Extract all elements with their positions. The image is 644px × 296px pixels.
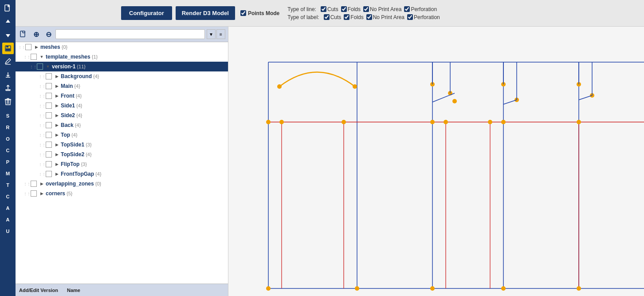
vis-checkbox-side2[interactable] [46,112,52,118]
letter-t[interactable]: T [2,180,14,190]
vis-checkbox-main[interactable] [46,83,52,89]
render-d3-button[interactable]: Render D3 Model [176,6,235,20]
download-button[interactable] [2,69,14,81]
letter-a2[interactable]: A [2,215,14,225]
label-folds-checkbox[interactable] [344,14,349,20]
item-count-corners: {5} [67,191,72,196]
expand-arrow-side1[interactable]: ▶ [54,103,60,109]
vis-checkbox-background[interactable] [46,73,52,79]
vis-checkbox-back[interactable] [46,122,52,128]
collapse-all-button[interactable]: ⊕ [31,29,41,39]
configurator-button[interactable]: Configurator [121,6,172,20]
expand-arrow-fliptop[interactable]: ▶ [54,161,60,167]
tree-item-version1[interactable]: ⋮⋮ ▼ version-1 {11} [16,62,228,71]
upload-button[interactable] [2,83,14,94]
item-count-topside1: {3} [86,142,91,147]
expand-arrow-top[interactable]: ▶ [54,132,60,138]
item-text-main: Main [61,83,73,89]
tree-item-topside2[interactable]: ⋮⋮ ▶ TopSide2 {4} [16,150,228,159]
expand-arrow-template-meshes[interactable]: ▼ [39,54,45,60]
item-count-fliptop: {3} [81,162,86,167]
tree-item-top[interactable]: ⋮⋮ ▶ Top {4} [16,130,228,140]
svg-point-32 [501,286,506,291]
tree-item-corners[interactable]: ⋮⋮ ▶ corners {5} [16,189,228,198]
item-count-front: {4} [76,93,82,99]
tree-item-overlapping-zones[interactable]: ⋮⋮ ▶ overlapping_zones {0} [16,179,228,189]
line-no-print-label: No Print Area [370,6,401,12]
tree-item-background[interactable]: ⋮⋮ ▶ Background {4} [16,71,228,81]
vis-checkbox-corners[interactable] [31,190,37,197]
expand-arrow-side2[interactable]: ▶ [54,112,60,118]
tree-item-fronttopgap[interactable]: ⋮⋮ ▶ FrontTopGap {4} [16,169,228,179]
label-cuts-checkbox[interactable] [324,14,330,20]
line-no-print-checkbox[interactable] [363,6,369,12]
expand-arrow-background[interactable]: ▶ [54,73,60,79]
tree-item-main[interactable]: ⋮⋮ ▶ Main {4} [16,81,228,91]
letter-a[interactable]: A [2,203,14,213]
save-button[interactable] [2,43,14,54]
move-down-button[interactable] [2,29,14,41]
line-perf-checkbox[interactable] [404,6,410,12]
expand-all-button[interactable]: ⊖ [43,29,54,39]
points-mode-checkbox[interactable] [240,10,246,16]
expand-arrow-version1[interactable]: ▼ [45,63,51,70]
svg-point-48 [452,99,457,103]
letter-u[interactable]: U [2,226,14,236]
move-up-button[interactable] [2,16,14,28]
letter-o[interactable]: O [2,134,14,144]
tree-item-side1[interactable]: ⋮⋮ ▶ Side1 {4} [16,101,228,111]
vis-checkbox-version1[interactable] [37,63,43,70]
vis-checkbox-front[interactable] [46,93,52,99]
expand-arrow-overlapping[interactable]: ▶ [39,181,45,187]
letter-r[interactable]: R [2,122,14,132]
letter-s[interactable]: S [2,111,14,121]
letter-p[interactable]: P [2,157,14,167]
search-dropdown-button[interactable]: ▼ [207,29,216,39]
item-text-overlapping: overlapping_zones [46,181,94,187]
svg-point-41 [501,120,506,124]
vis-checkbox-fronttopgap[interactable] [46,171,52,177]
tree-item-fliptop[interactable]: ⋮⋮ ▶ FlipTop {3} [16,159,228,169]
expand-arrow-corners[interactable]: ▶ [39,190,45,197]
item-text-meshes: meshes [40,44,60,50]
expand-arrow-topside2[interactable]: ▶ [54,151,60,158]
vis-checkbox-side1[interactable] [46,103,52,109]
letter-c2[interactable]: C [2,192,14,201]
vis-checkbox-meshes[interactable] [25,44,31,50]
vis-checkbox-overlapping[interactable] [31,181,37,187]
search-input[interactable] [55,29,205,39]
item-count-meshes: {0} [62,44,67,50]
vis-checkbox-top[interactable] [46,132,52,138]
expand-arrow-back[interactable]: ▶ [54,122,60,128]
new-item-button[interactable] [18,29,29,39]
letter-m[interactable]: M [2,169,14,178]
expand-arrow-fronttopgap[interactable]: ▶ [54,171,60,177]
label-no-print-checkbox[interactable] [366,14,372,20]
edit-button[interactable] [2,56,14,67]
tree-item-topside1[interactable]: ⋮⋮ ▶ TopSide1 {3} [16,140,228,150]
drag-handle-fliptop: ⋮⋮ [39,161,45,168]
tree-item-front[interactable]: ⋮⋮ ▶ Front {4} [16,91,228,101]
tree-item-side2[interactable]: ⋮⋮ ▶ Side2 {4} [16,111,228,120]
trash-button[interactable] [2,96,14,107]
search-options-button[interactable]: ≡ [216,29,225,39]
expand-arrow-front[interactable]: ▶ [54,93,60,99]
vis-checkbox-template-meshes[interactable] [31,54,37,60]
line-cuts-checkbox[interactable] [321,6,326,12]
vis-checkbox-topside2[interactable] [46,151,52,158]
expand-arrow-meshes[interactable]: ▶ [33,44,39,50]
tree-item-template-meshes[interactable]: ⋮⋮ ▼ template_meshes {1} [16,52,228,62]
drag-handle-template-meshes: ⋮⋮ [24,53,30,60]
expand-arrow-main[interactable]: ▶ [54,83,60,89]
vis-checkbox-fliptop[interactable] [46,161,52,167]
tree-content[interactable]: ⋮⋮ ▶ meshes {0} ⋮⋮ ▼ template_meshes {1} [16,42,228,284]
label-perf-checkbox[interactable] [407,14,413,20]
line-folds-checkbox[interactable] [341,6,347,12]
tree-item-back[interactable]: ⋮⋮ ▶ Back {4} [16,120,228,130]
letter-c[interactable]: C [2,146,14,155]
new-file-button[interactable] [2,3,14,14]
tree-item-meshes[interactable]: ⋮⋮ ▶ meshes {0} [16,42,228,52]
expand-arrow-topside1[interactable]: ▶ [54,142,60,148]
svg-point-40 [488,120,492,124]
vis-checkbox-topside1[interactable] [46,142,52,148]
